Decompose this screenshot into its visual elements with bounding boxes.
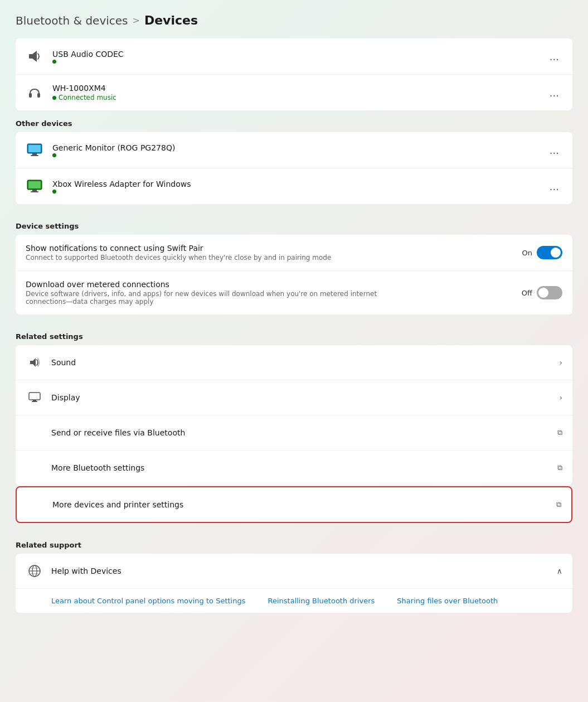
svg-rect-5	[32, 153, 37, 155]
metered-connections-toggle[interactable]	[537, 286, 562, 299]
status-dot	[52, 60, 56, 64]
status-dot	[52, 96, 56, 100]
svg-rect-6	[31, 155, 38, 156]
send-receive-files-label: Send or receive files via Bluetooth	[51, 428, 557, 437]
help-with-devices-label: Help with Devices	[51, 567, 557, 575]
related-support-header: Related support	[16, 533, 572, 554]
generic-monitor-more-button[interactable]: ...	[545, 142, 563, 158]
swift-pair-row: Show notifications to connect using Swif…	[16, 235, 572, 271]
usb-audio-codec-content: USB Audio CODEC	[52, 50, 545, 64]
breadcrumb-separator: >	[133, 15, 140, 26]
more-devices-printer-highlighted: More devices and printer settings ⧉	[16, 486, 572, 523]
display-label: Display	[51, 393, 559, 402]
wh1000xm4-name: WH-1000XM4	[52, 84, 545, 93]
svg-rect-2	[29, 93, 32, 98]
usb-audio-codec-name: USB Audio CODEC	[52, 50, 545, 59]
svg-rect-3	[37, 93, 40, 98]
wh1000xm4-status: Connected music	[52, 94, 545, 101]
support-links-container: Learn about Control panel options moving…	[16, 589, 572, 613]
svg-rect-0	[29, 54, 32, 59]
device-settings-section: Device settings Show notifications to co…	[16, 214, 572, 314]
other-devices-header: Other devices	[16, 112, 572, 132]
monitor-icon	[25, 140, 45, 160]
generic-monitor-content: Generic Monitor (ROG PG278Q)	[52, 143, 545, 157]
list-item: WH-1000XM4 Connected music ...	[16, 75, 572, 110]
xbox-adapter-name: Xbox Wireless Adapter for Windows	[52, 180, 545, 188]
swift-pair-title: Show notifications to connect using Swif…	[26, 244, 522, 253]
breadcrumb-parent[interactable]: Bluetooth & devices	[16, 14, 128, 27]
metered-connections-text: Download over metered connections Device…	[26, 280, 522, 306]
support-card: Help with Devices ∧ Learn about Control …	[16, 554, 572, 613]
svg-rect-9	[32, 190, 37, 191]
more-bluetooth-nav-item[interactable]: More Bluetooth settings ⧉	[16, 451, 572, 485]
wh1000xm4-content: WH-1000XM4 Connected music	[52, 84, 545, 101]
wh1000xm4-status-text: Connected music	[59, 94, 116, 101]
send-receive-files-nav-item[interactable]: Send or receive files via Bluetooth ⧉	[16, 415, 572, 451]
svg-rect-7	[28, 145, 41, 152]
status-dot	[52, 153, 56, 157]
speaker-icon	[25, 46, 45, 66]
xbox-adapter-content: Xbox Wireless Adapter for Windows	[52, 180, 545, 193]
xbox-adapter-icon	[25, 176, 45, 196]
swift-pair-toggle-label: On	[522, 249, 532, 257]
xbox-adapter-status	[52, 190, 545, 193]
status-dot	[52, 190, 56, 193]
display-icon	[26, 389, 43, 406]
sharing-files-bt-link[interactable]: Sharing files over Bluetooth	[397, 597, 498, 605]
device-settings-card: Show notifications to connect using Swif…	[16, 235, 572, 314]
more-bluetooth-label: More Bluetooth settings	[51, 463, 557, 472]
send-receive-files-external-icon: ⧉	[557, 428, 562, 437]
wh1000xm4-more-button[interactable]: ...	[545, 85, 563, 101]
swift-pair-control: On	[522, 246, 562, 259]
swift-pair-toggle-knob	[551, 248, 561, 258]
xbox-adapter-more-button[interactable]: ...	[545, 178, 563, 195]
metered-connections-toggle-label: Off	[522, 289, 532, 297]
svg-marker-12	[30, 358, 36, 367]
list-item: Generic Monitor (ROG PG278Q) ...	[16, 132, 572, 168]
audio-devices-list: USB Audio CODEC ... WH-1000XM4 Co	[16, 38, 572, 110]
metered-connections-desc: Device software (drivers, info, and apps…	[26, 290, 405, 306]
display-chevron: ›	[559, 393, 562, 402]
swift-pair-toggle[interactable]	[537, 246, 562, 259]
related-settings-header: Related settings	[16, 325, 572, 345]
usb-audio-more-button[interactable]: ...	[545, 49, 563, 65]
other-devices-section: Other devices Generic Monitor (ROG PG278…	[16, 112, 572, 204]
swift-pair-text: Show notifications to connect using Swif…	[26, 244, 522, 262]
sound-icon	[26, 354, 43, 371]
svg-marker-1	[32, 51, 37, 62]
reinstalling-bt-drivers-link[interactable]: Reinstalling Bluetooth drivers	[268, 597, 375, 605]
breadcrumb-current: Devices	[144, 13, 198, 27]
generic-monitor-status	[52, 153, 545, 157]
display-nav-item[interactable]: Display ›	[16, 380, 572, 415]
metered-connections-row: Download over metered connections Device…	[16, 271, 572, 314]
usb-audio-codec-status	[52, 60, 545, 64]
list-item: USB Audio CODEC ...	[16, 38, 572, 75]
breadcrumb: Bluetooth & devices > Devices	[16, 13, 572, 27]
generic-monitor-name: Generic Monitor (ROG PG278Q)	[52, 143, 545, 152]
related-settings-card: Sound › Display › Send or receive file	[16, 345, 572, 485]
svg-rect-14	[33, 400, 36, 401]
sound-nav-item[interactable]: Sound ›	[16, 345, 572, 380]
help-expand-icon: ∧	[557, 567, 562, 575]
more-bluetooth-external-icon: ⧉	[557, 463, 562, 472]
svg-rect-11	[28, 181, 41, 188]
headphones-icon	[25, 83, 45, 103]
more-devices-printer-icon	[27, 496, 45, 514]
related-settings-section: Related settings Sound ›	[16, 325, 572, 523]
svg-rect-10	[31, 191, 38, 192]
svg-rect-15	[32, 401, 37, 402]
more-devices-printer-nav-item[interactable]: More devices and printer settings ⧉	[17, 487, 571, 522]
other-devices-list: Generic Monitor (ROG PG278Q) ...	[16, 132, 572, 204]
more-devices-printer-label: More devices and printer settings	[52, 500, 556, 509]
list-item: Xbox Wireless Adapter for Windows ...	[16, 168, 572, 204]
more-devices-printer-external-icon: ⧉	[556, 500, 561, 509]
learn-control-panel-link[interactable]: Learn about Control panel options moving…	[51, 597, 246, 605]
metered-connections-toggle-knob	[538, 288, 548, 298]
sound-chevron: ›	[559, 358, 562, 367]
send-receive-files-icon	[26, 424, 43, 442]
device-settings-header: Device settings	[16, 214, 572, 235]
related-support-section: Related support Help with Devices ∧ Lear…	[16, 533, 572, 613]
metered-connections-control: Off	[522, 286, 562, 299]
sound-label: Sound	[51, 358, 559, 367]
help-with-devices-header[interactable]: Help with Devices ∧	[16, 554, 572, 589]
